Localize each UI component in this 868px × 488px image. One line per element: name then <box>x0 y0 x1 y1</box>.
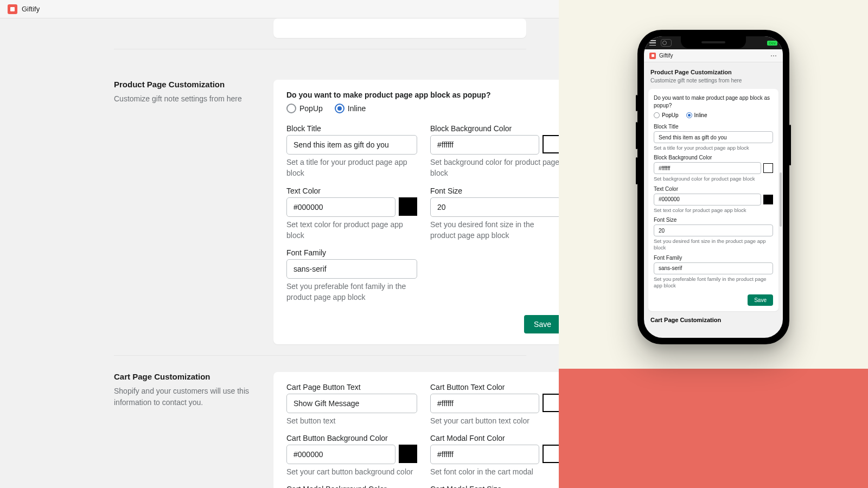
phone-preview-panel: Dev Giftify ⋯ Product Page Customization… <box>559 0 868 488</box>
cart-modal-font-color-input[interactable] <box>430 445 539 464</box>
phone-frame: Dev Giftify ⋯ Product Page Customization… <box>637 30 789 344</box>
m-product-heading: Product Page Customization <box>650 69 776 75</box>
cart-button-text-label: Cart Page Button Text <box>286 383 417 391</box>
app-logo-icon <box>649 53 656 59</box>
m-radio-inline[interactable]: Inline <box>686 112 707 118</box>
cart-button-text-color-label: Cart Button Text Color <box>430 383 559 391</box>
cart-button-text-color-input[interactable] <box>430 394 539 413</box>
cart-button-bg-swatch[interactable] <box>399 445 417 463</box>
text-color-input[interactable] <box>286 197 395 217</box>
radio-circle-selected-icon <box>335 104 344 113</box>
font-size-help: Set you desired font size in the product… <box>430 219 559 241</box>
bg-color-swatch[interactable] <box>542 135 559 153</box>
product-section-subheading: Customize gift note settings from here <box>114 93 260 105</box>
font-size-input[interactable] <box>430 197 559 217</box>
font-family-input[interactable] <box>286 259 417 279</box>
hamburger-icon[interactable] <box>649 40 656 46</box>
m-fs-input[interactable] <box>654 224 773 236</box>
font-family-label: Font Family <box>286 248 417 257</box>
m-bg-input[interactable] <box>654 162 761 174</box>
app-topbar: Giftify <box>0 0 559 18</box>
m-bg-swatch[interactable] <box>763 163 773 173</box>
bg-color-help: Set background color for product page bl… <box>430 157 559 179</box>
text-color-label: Text Color <box>286 187 417 195</box>
block-title-help: Set a title for your product page app bl… <box>286 157 417 179</box>
block-title-input[interactable] <box>286 135 417 155</box>
text-color-help: Set text color for product page app bloc… <box>286 219 417 241</box>
m-fs-label: Font Size <box>654 217 773 223</box>
m-radio-popup[interactable]: PopUp <box>654 112 679 118</box>
radio-popup[interactable]: PopUp <box>286 104 323 113</box>
m-bg-help: Set background color for product page bl… <box>654 176 773 182</box>
bg-color-input[interactable] <box>430 135 539 155</box>
m-text-color-input[interactable] <box>654 194 761 206</box>
dev-badge: Dev <box>767 41 777 46</box>
mobile-app-name: Giftify <box>659 53 673 59</box>
phone-side-button-icon <box>789 125 791 165</box>
section-cart-page: Cart Page Customization Shopify and your… <box>114 355 526 488</box>
block-title-label: Block Title <box>286 124 417 133</box>
cart-button-text-input[interactable] <box>286 394 417 413</box>
m-radio-popup-label: PopUp <box>662 112 679 118</box>
phone-side-button-icon <box>636 95 637 111</box>
m-text-color-swatch[interactable] <box>763 195 773 204</box>
m-ff-label: Font Family <box>654 255 773 261</box>
radio-circle-icon <box>286 104 296 113</box>
m-text-color-help: Set text color for product page app bloc… <box>654 207 773 214</box>
phone-screen: Dev Giftify ⋯ Product Page Customization… <box>644 36 783 338</box>
cart-button-bg-help: Set your cart button background color <box>286 466 417 477</box>
background-accent <box>559 369 868 488</box>
cart-modal-bg-label: Cart Modal Background Color <box>286 485 417 488</box>
cart-modal-font-color-label: Cart Modal Font Color <box>430 434 559 442</box>
previous-card-stub <box>273 18 526 38</box>
phone-side-button-icon <box>636 122 637 149</box>
phone-notch-icon <box>681 36 746 48</box>
m-ff-help: Set you preferable font family in the pr… <box>654 276 773 290</box>
m-text-color-label: Text Color <box>654 186 773 192</box>
app-logo-icon <box>8 4 17 14</box>
m-product-card: Do you want to make product page app blo… <box>648 89 778 311</box>
app-name: Giftify <box>22 5 40 13</box>
cart-button-bg-input[interactable] <box>286 445 395 464</box>
m-fs-help: Set you desired font size in the product… <box>654 238 773 252</box>
product-section-heading: Product Page Customization <box>114 80 260 89</box>
cart-section-heading: Cart Page Customization <box>114 372 260 381</box>
radio-popup-label: PopUp <box>299 104 323 113</box>
m-block-title-help: Set a title for your product page app bl… <box>654 145 773 151</box>
search-icon[interactable] <box>661 39 672 47</box>
product-save-button[interactable]: Save <box>524 315 559 333</box>
product-card: Do you want to make product page app blo… <box>273 80 559 344</box>
mobile-app-bar: Giftify ⋯ <box>644 49 783 62</box>
bg-color-label: Block Background Color <box>430 124 559 133</box>
product-popup-question: Do you want to make product page app blo… <box>286 91 559 99</box>
section-product-page: Product Page Customization Customize gif… <box>114 49 526 344</box>
cart-modal-font-size-label: Cart Modal Font Size <box>430 485 559 488</box>
cart-button-text-color-swatch[interactable] <box>542 394 559 412</box>
m-cart-heading: Cart Page Customization <box>650 317 776 323</box>
text-color-swatch[interactable] <box>399 197 417 216</box>
more-menu-icon[interactable]: ⋯ <box>770 52 777 60</box>
m-product-save-button[interactable]: Save <box>748 294 773 306</box>
scrollbar[interactable] <box>780 172 782 227</box>
m-bg-label: Block Background Color <box>654 155 773 160</box>
m-product-subheading: Customize gift note settings from here <box>650 78 776 84</box>
m-product-question: Do you want to make product page app blo… <box>654 94 773 109</box>
radio-circle-selected-icon <box>686 112 692 118</box>
m-block-title-input[interactable] <box>654 131 773 143</box>
radio-circle-icon <box>654 112 660 118</box>
font-family-help: Set you preferable font family in the pr… <box>286 281 417 303</box>
font-size-label: Font Size <box>430 187 559 195</box>
cart-section-subheading: Shopify and your customers will use this… <box>114 386 260 408</box>
m-ff-input[interactable] <box>654 262 773 274</box>
m-block-title-label: Block Title <box>654 124 773 130</box>
cart-button-bg-label: Cart Button Background Color <box>286 434 417 442</box>
cart-card: Cart Page Button Text Set button text Ca… <box>273 372 559 488</box>
cart-modal-font-color-help: Set font color in the cart modal <box>430 466 559 477</box>
cart-modal-font-color-swatch[interactable] <box>542 445 559 463</box>
cart-button-text-help: Set button text <box>286 415 417 426</box>
m-radio-inline-label: Inline <box>694 112 707 118</box>
phone-side-button-icon <box>636 157 637 184</box>
radio-inline[interactable]: Inline <box>335 104 366 113</box>
cart-button-text-color-help: Set your cart button text color <box>430 415 559 426</box>
desktop-admin-panel: Giftify Product Page Customization Custo… <box>0 0 559 488</box>
